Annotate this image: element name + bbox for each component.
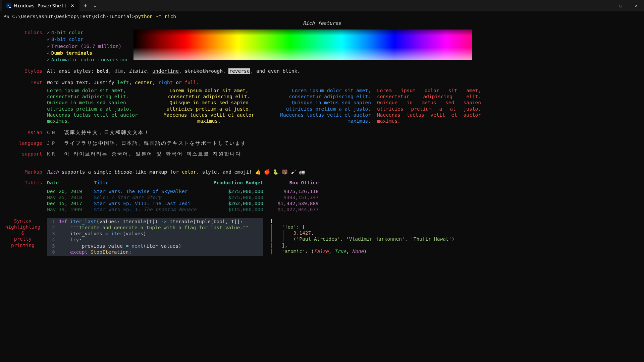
th-box: Box Office <box>263 180 319 186</box>
powershell-icon: >_ <box>6 3 11 8</box>
label-asian: Asian <box>3 129 47 135</box>
color-4bit: 4-bit color <box>51 30 84 35</box>
text-justify-demo: Word wrap text. Justify left, center, ri… <box>47 79 641 85</box>
lorem-columns: Lorem ipsum dolor sit amet, consectetur … <box>47 87 641 124</box>
th-title: Title <box>94 180 205 186</box>
table-row: May 25, 2018Solo: A Star Wars Story$275,… <box>47 194 641 200</box>
lorem-center: Lorem ipsum dolor sit amet, consectetur … <box>157 87 261 124</box>
lorem-left: Lorem ipsum dolor sit amet, consectetur … <box>47 87 151 124</box>
check-icon: ✓ <box>47 30 50 35</box>
label-text: Text <box>3 79 47 85</box>
output-title: Rich features <box>3 20 641 26</box>
check-icon: ✓ <box>47 44 50 49</box>
th-date: Date <box>47 180 94 186</box>
label-tables: Tables <box>3 180 47 213</box>
label-language: language <box>3 140 47 146</box>
color-8bit: 8-bit color <box>51 37 84 42</box>
minimize-button[interactable]: — <box>598 0 613 11</box>
asian-jp: JP ライブラリは中国語、日本語、韓国語のテキストをサポートしています <box>47 140 641 146</box>
asian-cn: CN 该库支持中文，日文和韩文文本！ <box>47 129 641 135</box>
table-row: Dec 20, 2019Star Wars: The Rise of Skywa… <box>47 188 641 194</box>
label-markup: Markup <box>3 169 47 175</box>
color-dumb: Dumb terminals <box>51 50 92 56</box>
check-icon: ✓ <box>47 37 50 42</box>
label-colors: Colors <box>3 29 47 36</box>
label-support: support <box>3 151 47 157</box>
prompt: PS C:\Users\ashut\Desktop\Test\Rich-Tuto… <box>3 13 641 19</box>
table-row: May 19, 1999Star Wars Ep. I: The phantom… <box>47 206 641 213</box>
new-tab-button[interactable]: + <box>79 2 91 10</box>
markup-demo: Rich supports a simple bbcode-like marku… <box>47 169 641 175</box>
check-icon: ✓ <box>47 50 50 56</box>
color-gradient <box>133 29 472 60</box>
prompt-path: PS C:\Users\ashut\Desktop\Test\Rich-Tuto… <box>3 13 135 19</box>
lang-text-cn: 该库支持中文，日文和韩文文本！ <box>64 129 150 135</box>
movies-table: Date Title Production Budget Box Office … <box>47 180 641 213</box>
titlebar: >_ Windows PowerShell × + ⌄ — ▢ ✕ <box>0 0 644 11</box>
close-tab-icon[interactable]: × <box>69 2 75 9</box>
pretty-print: { │ 'foo': [ │ │ 3.1427, │ │ ('Paul Atre… <box>263 218 454 256</box>
lang-text-jp: ライブラリは中国語、日本語、韓国語のテキストをサポートしています <box>64 140 247 146</box>
lang-text-kr: 이 라이브러리는 중국어, 일본어 및 한국어 텍스트를 지원합니다 <box>64 151 241 157</box>
tab-dropdown-icon[interactable]: ⌄ <box>91 3 99 8</box>
table-row: Dec 15, 2017Star Wars Ep. VIII: The Last… <box>47 200 641 206</box>
window-controls: — ▢ ✕ <box>598 0 644 11</box>
color-auto: Automatic color conversion <box>51 57 127 62</box>
label-syntax: Syntax highlighting & pretty printing <box>3 218 47 256</box>
check-icon: ✓ <box>47 57 50 62</box>
label-styles: Styles <box>3 68 47 74</box>
asian-kr: KR 이 라이브러리는 중국어, 일본어 및 한국어 텍스트를 지원합니다 <box>47 151 641 157</box>
lang-code-jp: JP <box>47 140 57 146</box>
tab-powershell[interactable]: >_ Windows PowerShell × <box>2 0 79 11</box>
styles-demo: All ansi styles: bold, dim, italic, unde… <box>47 68 641 74</box>
th-budget: Production Budget <box>205 180 263 186</box>
maximize-button[interactable]: ▢ <box>613 0 629 11</box>
lang-code-kr: KR <box>47 151 57 157</box>
lorem-full: Lorem ipsum dolor sit amet, consectetur … <box>377 87 481 124</box>
prompt-command: python -m rich <box>135 13 176 19</box>
lang-code-cn: CN <box>47 129 57 135</box>
color-truecolor: Truecolor (16.7 million) <box>51 44 122 49</box>
lorem-right: Lorem ipsum dolor sit amet, consectetur … <box>267 87 371 124</box>
syntax-code: 123456 def iter_last(values: Iterable[T]… <box>47 218 263 256</box>
terminal-output[interactable]: PS C:\Users\ashut\Desktop\Test\Rich-Tuto… <box>0 11 644 258</box>
tab-title: Windows PowerShell <box>14 3 67 9</box>
close-button[interactable]: ✕ <box>629 0 644 11</box>
